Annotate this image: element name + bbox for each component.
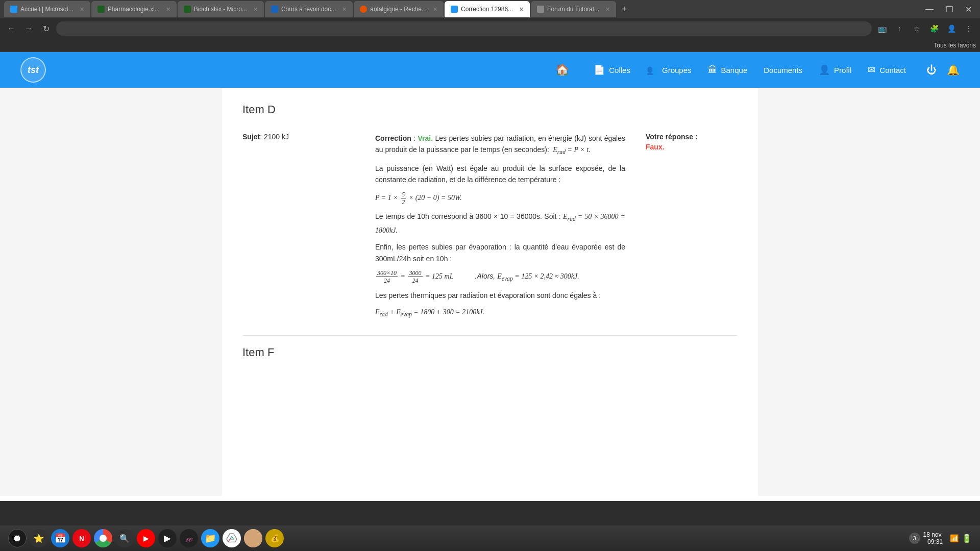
tab-label: Correction 12986...	[461, 6, 513, 13]
tab-close[interactable]: ✕	[80, 6, 84, 13]
forward-button[interactable]: →	[21, 21, 36, 36]
taskbar-deezer-icon[interactable]: 𝓌	[180, 529, 198, 547]
nav-colles[interactable]: 📄 Colles	[594, 60, 630, 80]
nav-items: 📄 Colles 👥 Groupes 🏛 Banque Documents 👤 …	[594, 60, 906, 80]
nav-documents[interactable]: Documents	[764, 62, 802, 79]
tab-close[interactable]: ✕	[166, 6, 170, 13]
taskbar-record-icon[interactable]: ⏺	[8, 529, 27, 547]
correction-text-2: La puissance (en Watt) est égale au prod…	[375, 164, 625, 184]
correction-paragraph-4: Enfin, les pertes subies par évaporation…	[375, 241, 625, 264]
tab-pharmacologie[interactable]: Pharmacologie.xl... ✕	[91, 1, 177, 17]
logo[interactable]: tst	[20, 57, 46, 83]
address-bar-row: ← → ↻ pass.tharmo.tutotours.fr/banque/qc…	[0, 18, 980, 39]
battery-icon: 🔋	[962, 534, 972, 543]
taskbar-coin-icon[interactable]: 💰	[265, 529, 284, 547]
correction-paragraph-2: La puissance (en Watt) est égale au prod…	[375, 163, 625, 186]
extensions-button[interactable]: 🧩	[927, 21, 941, 36]
item-right: Votre réponse : Faux.	[646, 133, 738, 151]
page-content: Item D Sujet: 2100 kJ Correction : Vrai.…	[0, 88, 980, 496]
window-controls: — ❐ ✕	[921, 3, 976, 16]
taskbar-search-icon[interactable]: 🔍	[115, 529, 134, 547]
menu-button[interactable]: ⋮	[962, 21, 976, 36]
nav-banque[interactable]: 🏛 Banque	[708, 61, 748, 80]
power-button[interactable]: ⏻	[926, 64, 937, 76]
taskbar-clock: 18 nov. 09:31	[923, 531, 943, 545]
contact-icon: ✉	[868, 64, 875, 76]
fraction-300x10-24: 300×10 24	[376, 269, 398, 285]
tab-favicon	[10, 6, 17, 13]
browser-window: Accueil | Microsof... ✕ Pharmacologie.xl…	[0, 0, 980, 551]
tab-favicon	[271, 6, 278, 13]
votre-reponse-value: Faux.	[646, 143, 738, 151]
bookmarks-label: Tous les favoris	[934, 42, 976, 49]
fraction-3000-24: 3000 24	[408, 269, 423, 285]
tab-favicon	[360, 6, 367, 13]
tab-close[interactable]: ✕	[519, 6, 524, 13]
restore-button[interactable]: ❐	[942, 3, 957, 16]
nav-right: ⏻ 🔔	[926, 64, 960, 76]
tab-close[interactable]: ✕	[433, 6, 437, 13]
new-tab-button[interactable]: +	[617, 2, 631, 16]
tab-favicon	[537, 6, 544, 13]
item-body: Sujet: 2100 kJ Correction : Vrai. Les pe…	[242, 133, 738, 325]
taskbar-star-icon[interactable]: ⭐	[30, 529, 48, 547]
tab-accueil[interactable]: Accueil | Microsof... ✕	[4, 1, 90, 17]
correction-label: Correction	[375, 134, 411, 142]
home-button[interactable]: 🏠	[551, 59, 573, 81]
taskbar-badge: 3	[909, 533, 920, 544]
tab-label: antalgique - Reche...	[370, 6, 427, 13]
tab-label: Cours à revoir.doc...	[281, 6, 336, 13]
banque-icon: 🏛	[708, 65, 717, 76]
tab-favicon	[184, 6, 191, 13]
taskbar-drive-icon[interactable]	[223, 529, 241, 547]
taskbar-netflix-icon[interactable]: N	[72, 529, 91, 547]
tab-antalgique[interactable]: antalgique - Reche... ✕	[354, 1, 444, 17]
share-button[interactable]: ↑	[892, 21, 906, 36]
tab-bioch[interactable]: Bioch.xlsx - Micro... ✕	[178, 1, 264, 17]
logo-text: tst	[28, 65, 39, 76]
close-button[interactable]: ✕	[961, 3, 976, 16]
formula-4-block: 300×10 24 = 3000 24 = 125 mL	[375, 269, 625, 285]
taskbar: ⏺ ⭐ 📅 N 🔍 ▶ ▶ 𝓌 📁 💰 3 18 nov.	[0, 525, 980, 551]
notification-button[interactable]: 🔔	[947, 64, 960, 76]
tab-close[interactable]: ✕	[253, 6, 258, 13]
nav-colles-label: Colles	[609, 66, 630, 74]
taskbar-calendar-icon[interactable]: 📅	[51, 529, 69, 547]
tab-close[interactable]: ✕	[342, 6, 347, 13]
taskbar-play-icon[interactable]: ▶	[158, 529, 177, 547]
tab-favicon	[451, 6, 458, 13]
taskbar-chrome-icon[interactable]	[94, 529, 112, 547]
tab-forum[interactable]: Forum du Tutorat... ✕	[531, 1, 616, 17]
nav-groupes[interactable]: 👥 Groupes	[647, 60, 692, 80]
tab-label: Pharmacologie.xl...	[108, 6, 160, 13]
bookmarks-bar: Tous les favoris	[0, 39, 980, 52]
formula-5-block: Erad + Eevap = 1800 + 300 = 2100kJ.	[375, 306, 625, 319]
minimize-button[interactable]: —	[921, 3, 938, 16]
address-input[interactable]: pass.tharmo.tutotours.fr/banque/qc/entra…	[56, 21, 872, 36]
formula-4: 300×10 24 = 3000 24 = 125 mL	[375, 272, 455, 280]
cast-button[interactable]: 📺	[875, 21, 889, 36]
divider	[242, 335, 738, 336]
taskbar-files-icon[interactable]: 📁	[201, 529, 219, 547]
colles-icon: 📄	[594, 64, 605, 76]
formula-4b: Eevap = 125 × 2,42 ≈ 300kJ.	[497, 272, 579, 280]
taskbar-youtube-icon[interactable]: ▶	[137, 529, 155, 547]
item-f-title: Item F	[242, 346, 738, 359]
tab-bar: Accueil | Microsof... ✕ Pharmacologie.xl…	[0, 0, 980, 18]
tab-correction[interactable]: Correction 12986... ✕	[445, 1, 530, 17]
tab-cours[interactable]: Cours à revoir.doc... ✕	[265, 1, 353, 17]
reload-button[interactable]: ↻	[39, 21, 53, 36]
nav-contact[interactable]: ✉ Contact	[868, 60, 906, 80]
sujet-label: Sujet	[242, 133, 260, 141]
bookmark-button[interactable]: ☆	[910, 21, 924, 36]
formula-3: Erad = 50 × 36000 = 1800kJ.	[375, 213, 625, 234]
tab-favicon	[97, 6, 105, 13]
votre-reponse-label: Votre réponse :	[646, 133, 698, 141]
taskbar-profile-icon[interactable]	[244, 529, 262, 547]
nav-profil[interactable]: 👤 Profil	[819, 60, 851, 80]
profile-button[interactable]: 👤	[944, 21, 959, 36]
correction-paragraph-3: Le temps de 10h correspond à 3600 × 10 =…	[375, 211, 625, 236]
back-button[interactable]: ←	[4, 21, 18, 36]
tab-close[interactable]: ✕	[605, 6, 610, 13]
correction-paragraph-5: Les pertes thermiques par radiation et é…	[375, 290, 625, 301]
